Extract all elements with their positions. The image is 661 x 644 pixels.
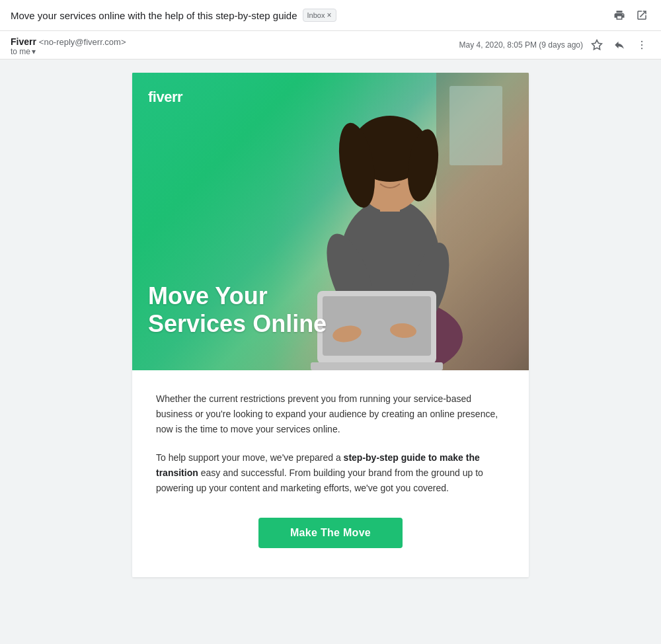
svg-rect-16: [323, 296, 431, 356]
content-section: Whether the current restrictions prevent…: [132, 370, 529, 577]
svg-point-3: [641, 48, 642, 49]
subject-area: Move your services online with the help …: [11, 9, 611, 22]
sender-info: Fiverr <no-reply@fiverr.com> to me: [11, 36, 126, 56]
email-date: May 4, 2020, 8:05 PM (9 days ago): [459, 40, 583, 50]
hero-section: fiverr Move Your Services Online: [132, 73, 529, 370]
body-paragraph-1: Whether the current restrictions prevent…: [156, 391, 505, 437]
email-header-bar: Move your services online with the help …: [0, 0, 661, 31]
email-meta-row: Fiverr <no-reply@fiverr.com> to me May 4…: [0, 31, 661, 60]
svg-rect-5: [449, 86, 502, 165]
svg-point-1: [641, 41, 642, 42]
hero-title-line2: Services Online: [148, 310, 327, 337]
to-me[interactable]: to me: [11, 47, 126, 56]
sender-name-row: Fiverr <no-reply@fiverr.com>: [11, 36, 126, 47]
email-subject: Move your services online with the help …: [11, 10, 297, 21]
star-button[interactable]: [588, 36, 605, 54]
reply-button[interactable]: [611, 36, 628, 54]
inbox-badge-label: Inbox: [307, 11, 325, 19]
sender-email: <no-reply@fiverr.com>: [39, 37, 126, 47]
hero-title-line1: Move Your: [148, 282, 327, 309]
email-body-area: fiverr Move Your Services Online Whether…: [0, 60, 661, 590]
inbox-badge: Inbox ×: [303, 9, 336, 22]
body-text-2-suffix: easy and successful. From building your …: [156, 467, 483, 493]
sender-name: Fiverr: [11, 36, 36, 47]
email-card: fiverr Move Your Services Online Whether…: [132, 73, 529, 577]
open-external-button[interactable]: [633, 7, 650, 24]
meta-right: May 4, 2020, 8:05 PM (9 days ago): [459, 36, 650, 54]
body-text-1: Whether the current restrictions prevent…: [156, 393, 498, 434]
inbox-badge-close[interactable]: ×: [327, 11, 331, 20]
svg-point-2: [641, 44, 642, 46]
body-paragraph-2: To help support your move, we've prepare…: [156, 450, 505, 496]
print-button[interactable]: [611, 7, 628, 24]
cta-wrapper: Make The Move: [156, 518, 505, 553]
header-actions: [611, 7, 650, 24]
hero-title: Move Your Services Online: [148, 282, 327, 337]
fiverr-logo: fiverr: [148, 89, 182, 106]
to-me-chevron: [32, 47, 36, 56]
more-button[interactable]: [633, 36, 650, 54]
make-the-move-button[interactable]: Make The Move: [258, 518, 403, 548]
svg-marker-0: [592, 40, 602, 50]
body-text-2-prefix: To help support your move, we've prepare…: [156, 452, 344, 463]
svg-rect-17: [311, 362, 443, 370]
